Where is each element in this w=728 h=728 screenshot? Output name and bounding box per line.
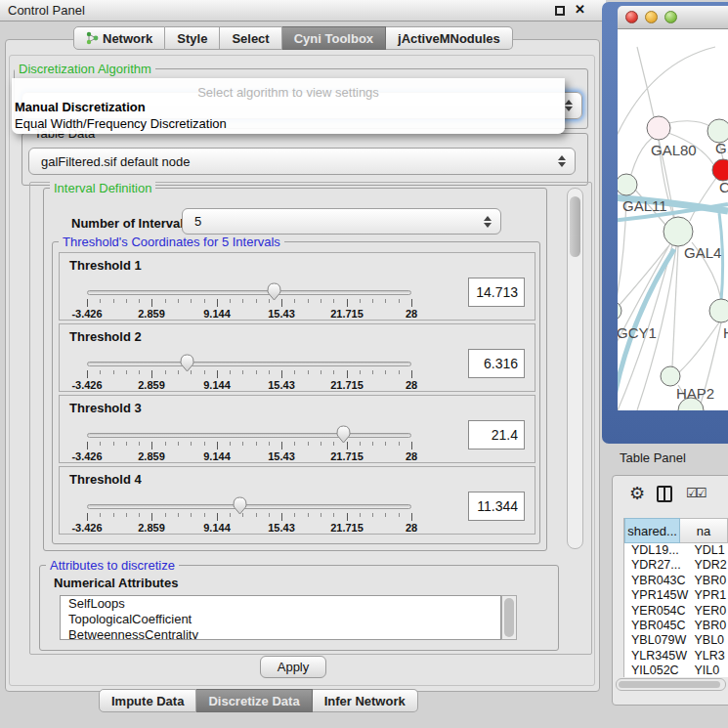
number-of-intervals-combobox[interactable]: 5	[182, 208, 501, 235]
interval-scrollbar-thumb[interactable]	[570, 196, 580, 257]
node-circle[interactable]	[709, 299, 728, 322]
apply-button[interactable]: Apply	[260, 656, 326, 678]
threshold-4-slider-track[interactable]	[87, 504, 411, 509]
gear-icon[interactable]: ⚙	[629, 483, 645, 504]
float-window-icon[interactable]	[555, 6, 565, 16]
close-traffic-light-icon[interactable]	[625, 11, 638, 23]
tab-infer-network[interactable]: Infer Network	[313, 689, 418, 712]
interval-scrollbar[interactable]	[567, 188, 583, 549]
table-row[interactable]: YIL052CYIL0	[624, 664, 728, 677]
slider-tick-labels: -3.426 2.859 9.144 15.43 21.715 28	[87, 308, 411, 320]
threshold-2-slider-thumb[interactable]	[180, 354, 194, 372]
column-header-shared-name[interactable]: shared...	[624, 518, 680, 543]
algorithm-placeholder-text: Select algorithm to view settings	[12, 78, 565, 99]
attributes-list-scrollbar-thumb[interactable]	[504, 598, 514, 637]
slider-major-ticks	[87, 299, 413, 307]
node-label-gal4: GAL4	[684, 244, 721, 261]
threshold-4-value-field[interactable]	[468, 492, 525, 521]
select-columns-icon[interactable]: ☑☑	[686, 486, 705, 500]
zoom-traffic-light-icon[interactable]	[664, 11, 677, 23]
node-label-gcy1: GCY1	[618, 324, 657, 341]
table-row[interactable]: YDR27...YDR2	[624, 558, 728, 573]
table-row[interactable]: YPR145WYPR1	[624, 588, 728, 603]
interval-definition-group-title: Interval Definition	[50, 181, 155, 195]
close-icon[interactable]: ✕	[575, 2, 585, 17]
threshold-rows: Threshold 1 -3.426 2.859 9.144 15.43 21.…	[59, 252, 535, 537]
node-circle-red-selected[interactable]	[712, 159, 728, 181]
dropdown-option-equal-width-frequency[interactable]: Equal Width/Frequency Discretization	[12, 115, 565, 132]
column-header-name[interactable]: na	[680, 518, 728, 543]
threshold-1-panel: Threshold 1 -3.426 2.859 9.144 15.43 21.…	[59, 252, 535, 321]
tab-discretize-data[interactable]: Discretize Data	[196, 689, 312, 712]
network-icon	[86, 31, 99, 45]
node-circle[interactable]	[618, 174, 637, 195]
control-panel-title: Control Panel	[8, 3, 85, 18]
table-row[interactable]: YDL19...YDL1	[624, 543, 728, 558]
threshold-4-slider-thumb[interactable]	[233, 496, 247, 515]
number-of-intervals-value: 5	[194, 214, 483, 229]
threshold-3-slider-track[interactable]	[87, 433, 411, 438]
top-tab-bar: Network Style Select Cyni Toolbox jActiv…	[73, 26, 513, 50]
node-circle-pink[interactable]	[647, 116, 670, 140]
table-row[interactable]: YER054CYER0	[624, 604, 728, 619]
attributes-group: Attributes to discretize Numerical Attri…	[39, 565, 559, 651]
tab-network[interactable]: Network	[73, 26, 165, 50]
list-item[interactable]: BetweennessCentrality	[61, 627, 500, 640]
tab-select[interactable]: Select	[220, 26, 281, 50]
node-label-hap2: HAP2	[676, 385, 714, 402]
table-row[interactable]: YBR045CYBR0	[624, 619, 728, 633]
combo-arrows-icon	[564, 100, 573, 111]
node-label-c: C	[719, 179, 728, 195]
node-circle-gal4[interactable]	[664, 217, 693, 246]
node-label-g: G.	[715, 140, 728, 156]
attributes-list-scrollbar[interactable]	[501, 595, 517, 640]
threshold-3-value-field[interactable]	[468, 420, 525, 450]
threshold-1-slider-track[interactable]	[87, 290, 411, 295]
node-circle-hap2[interactable]	[661, 366, 680, 386]
slider-major-ticks	[87, 370, 413, 378]
columns-icon[interactable]	[657, 486, 672, 502]
dropdown-option-manual-discretization[interactable]: Manual Discretization	[12, 99, 565, 115]
table-data-combobox[interactable]: galFiltered.sif default node	[28, 148, 576, 175]
threshold-2-panel: Threshold 2 -3.426 2.859 9.144 15.43 21.…	[59, 323, 535, 392]
threshold-1-slider-thumb[interactable]	[267, 282, 281, 301]
slider-major-ticks	[87, 513, 413, 521]
threshold-2-value-field[interactable]	[468, 349, 525, 378]
table-rows: YDL19...YDL1 YDR27...YDR2 YBR043CYBR0 YP…	[624, 543, 728, 677]
tab-jactivemnodules[interactable]: jActiveMNodules	[386, 26, 513, 50]
tab-style[interactable]: Style	[165, 26, 220, 50]
threshold-2-label: Threshold 2	[69, 329, 142, 344]
table-row[interactable]: YLR345WYLR3	[624, 649, 728, 664]
table-horizontal-scrollbar-thumb[interactable]	[619, 681, 720, 688]
tab-impute-data[interactable]: Impute Data	[99, 689, 196, 712]
threshold-1-value-field[interactable]	[468, 278, 525, 307]
thresholds-group: Threshold's Coordinates for 5 Intervals …	[52, 241, 540, 544]
minimize-traffic-light-icon[interactable]	[645, 11, 658, 23]
slider-major-ticks	[87, 442, 413, 450]
threshold-4-label: Threshold 4	[69, 472, 142, 487]
threshold-4-panel: Threshold 4 -3.426 2.859 9.144 15.43 21.…	[59, 466, 535, 535]
numerical-attributes-list[interactable]: SelfLoops TopologicalCoefficient Between…	[60, 595, 501, 640]
network-window-titlebar	[618, 6, 728, 29]
list-item[interactable]: SelfLoops	[61, 596, 500, 612]
numerical-attributes-label: Numerical Attributes	[54, 576, 178, 590]
slider-tick-labels: -3.426 2.859 9.144 15.43 21.715 28	[87, 379, 411, 391]
table-row[interactable]: YBR043CYBR0	[624, 574, 728, 588]
slider-tick-labels: -3.426 2.859 9.144 15.43 21.715 28	[87, 450, 411, 462]
bottom-tab-bar: Impute Data Discretize Data Infer Networ…	[99, 689, 418, 712]
threshold-2-slider-track[interactable]	[87, 362, 411, 366]
tab-cyni-toolbox[interactable]: Cyni Toolbox	[282, 26, 386, 50]
threshold-3-slider-thumb[interactable]	[336, 425, 351, 444]
network-view-canvas[interactable]: GAL80 G. C GAL11 GAL4 GCY1 H HAP2	[618, 29, 728, 410]
algorithm-dropdown-popup: Select algorithm to view settings Manual…	[12, 78, 565, 134]
tab-network-label: Network	[103, 31, 152, 46]
interval-definition-group: Interval Definition Number of Intervals …	[43, 188, 547, 551]
control-panel-titlebar: Control Panel	[0, 0, 606, 21]
threshold-3-label: Threshold 3	[69, 401, 142, 415]
table-data-combobox-value: galFiltered.sif default node	[41, 154, 557, 169]
discretization-algorithm-group-title: Discretization Algorithm	[15, 62, 155, 76]
node-label-gal80: GAL80	[651, 142, 697, 158]
list-item[interactable]: TopologicalCoefficient	[61, 612, 500, 627]
table-row[interactable]: YBL079WYBL0	[624, 633, 728, 648]
table-horizontal-scrollbar[interactable]	[616, 678, 726, 691]
